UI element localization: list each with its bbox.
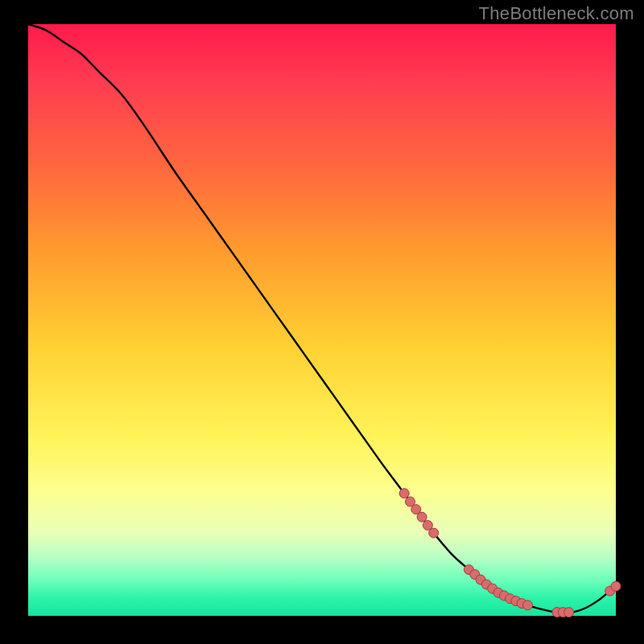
chart-svg [28,24,616,616]
marker-point [399,489,409,498]
marker-point [429,528,439,538]
chart-stage: TheBottleneck.com [0,0,644,644]
bottleneck-curve [28,24,616,613]
attribution-text: TheBottleneck.com [479,3,634,24]
marker-point [564,608,574,617]
marker-point [417,512,427,522]
marker-point [523,601,533,610]
marker-point [611,581,621,591]
highlight-markers [399,489,621,617]
